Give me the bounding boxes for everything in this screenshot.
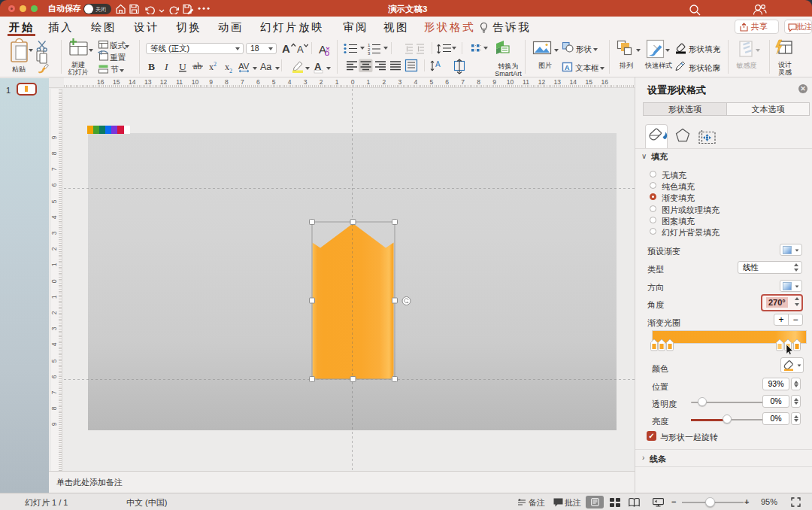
svg-text:B: B: [148, 61, 155, 72]
svg-text:A: A: [435, 60, 441, 68]
svg-text:Aa: Aa: [260, 62, 271, 72]
svg-text:AV: AV: [238, 62, 250, 71]
svg-text:3: 3: [368, 51, 371, 56]
svg-text:2: 2: [214, 61, 217, 68]
svg-text:A: A: [297, 44, 304, 55]
svg-text:U: U: [179, 61, 186, 72]
svg-text:A: A: [282, 42, 290, 55]
svg-text:2: 2: [229, 68, 232, 74]
svg-text:I: I: [164, 61, 169, 72]
svg-text:A: A: [565, 64, 570, 71]
